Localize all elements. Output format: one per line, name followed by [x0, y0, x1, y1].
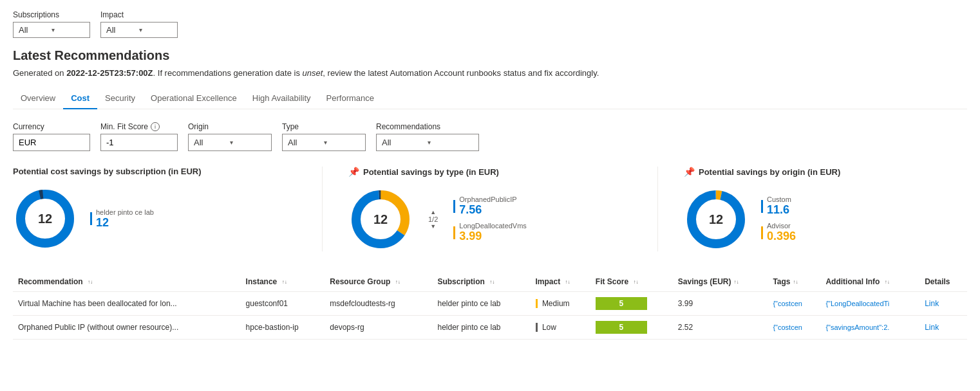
sort-icon-additional-info[interactable]: ↑↓	[885, 279, 890, 285]
chart-divider-2	[657, 167, 658, 251]
impact-label: Impact	[100, 10, 178, 19]
sort-icon-fit-score[interactable]: ↑↓	[634, 279, 639, 285]
subscription-donut: 12	[13, 186, 77, 251]
currency-label: Currency	[13, 122, 90, 131]
pin-icon-origin[interactable]: 📌	[684, 167, 695, 177]
tab-cost[interactable]: Cost	[63, 88, 97, 109]
cell-tags-1: {"costcen	[768, 292, 820, 316]
tab-performance[interactable]: Performance	[319, 88, 382, 109]
type-chevron-icon: ▾	[324, 139, 360, 146]
legend-item-advisor: Advisor 0.396	[761, 222, 796, 243]
type-chart-section: 📌 Potential savings by type (in EUR) 12 …	[348, 167, 632, 251]
cell-impact-2: Low	[531, 316, 590, 340]
subscription-chart-content: 12 helder pinto ce lab 12	[13, 186, 296, 251]
th-instance[interactable]: Instance ↑↓	[241, 272, 325, 292]
impact-filter: Impact All ▾	[100, 10, 178, 38]
sort-icon-instance[interactable]: ↑↓	[282, 279, 287, 285]
tab-security[interactable]: Security	[97, 88, 143, 109]
cell-details-1: Link	[919, 292, 967, 316]
origin-dropdown[interactable]: All ▾	[188, 134, 272, 151]
recommendations-value: All	[382, 138, 428, 147]
additional-info-link-2[interactable]: {"savingsAmount":2.	[825, 323, 903, 331]
chart-divider-1	[322, 167, 323, 251]
cell-details-2: Link	[919, 316, 967, 340]
th-impact[interactable]: Impact ↑↓	[531, 272, 590, 292]
th-fit-score[interactable]: Fit Score ↑↓	[590, 272, 673, 292]
recommendations-chevron-icon: ▾	[428, 139, 473, 146]
origin-value: All	[194, 138, 230, 147]
cell-fit-score-1: 5	[590, 292, 673, 316]
sort-icon-resource-group[interactable]: ↑↓	[395, 279, 400, 285]
cell-resource-group-1: msdefcloudtests-rg	[325, 292, 432, 316]
cell-recommendation-2: Orphaned Public IP (without owner resour…	[13, 316, 241, 340]
sort-icon-tags[interactable]: ↑↓	[793, 279, 798, 285]
currency-input[interactable]	[13, 134, 90, 151]
th-subscription[interactable]: Subscription ↑↓	[432, 272, 530, 292]
recommendations-table-section: Recommendation ↑↓ Instance ↑↓ Resource G…	[13, 272, 967, 340]
tags-link-1[interactable]: {"costcen	[773, 300, 815, 307]
table-row: Orphaned Public IP (without owner resour…	[13, 316, 967, 340]
origin-donut: 12	[684, 187, 748, 251]
type-dropdown[interactable]: All ▾	[282, 134, 366, 151]
legend-color-custom	[761, 200, 763, 213]
cell-fit-score-2: 5	[590, 316, 673, 340]
subscription-chart-title: Potential cost savings by subscription (…	[13, 167, 296, 176]
details-link-1[interactable]: Link	[925, 299, 939, 308]
pin-icon[interactable]: 📌	[348, 167, 359, 177]
th-additional-info[interactable]: Additional Info ↑↓	[820, 272, 919, 292]
th-tags[interactable]: Tags↑↓	[768, 272, 820, 292]
recommendations-filter-group: Recommendations All ▾	[376, 122, 479, 151]
origin-donut-label: 12	[709, 212, 723, 227]
type-label: Type	[282, 122, 366, 131]
subtitle-prefix: Generated on	[13, 68, 66, 78]
subscriptions-chevron-icon: ▾	[52, 26, 84, 33]
sort-icon-subscription[interactable]: ↑↓	[489, 279, 495, 285]
additional-info-link-1[interactable]: {"LongDeallocatedTi	[825, 300, 903, 307]
cell-instance-1: guestconf01	[241, 292, 325, 316]
details-link-2[interactable]: Link	[925, 323, 939, 332]
type-chart-content: 12 ▲ 1/2 ▼ OrphanedPublicIP 7.56	[348, 187, 632, 251]
fit-score-bar-1: 5	[596, 297, 647, 310]
th-savings[interactable]: Savings (EUR)↑↓	[673, 272, 768, 292]
impact-indicator-low	[536, 323, 538, 332]
legend-color-advisor	[761, 226, 763, 239]
min-fit-label: Min. Fit Score i	[100, 122, 178, 131]
sort-icon-impact[interactable]: ↑↓	[565, 279, 570, 285]
secondary-filters: Currency Min. Fit Score i Origin All ▾ T…	[13, 122, 967, 151]
tags-link-2[interactable]: {"costcen	[773, 323, 815, 331]
cell-subscription-2: helder pinto ce lab	[432, 316, 530, 340]
table-row: Virtual Machine has been deallocated for…	[13, 292, 967, 316]
legend-color-longdeallocated	[453, 226, 455, 239]
table-header-row: Recommendation ↑↓ Instance ↑↓ Resource G…	[13, 272, 967, 292]
min-fit-info-icon[interactable]: i	[151, 122, 160, 131]
th-resource-group[interactable]: Resource Group ↑↓	[325, 272, 432, 292]
origin-chevron-icon: ▾	[230, 139, 266, 146]
subtitle-suffix: . If recommendations generation date is	[153, 68, 303, 78]
impact-indicator-medium	[536, 299, 538, 308]
subscriptions-value: All	[19, 25, 52, 35]
sort-icon-recommendation[interactable]: ↑↓	[88, 279, 93, 285]
legend-color-orphaned	[453, 200, 455, 213]
cell-impact-1: Medium	[531, 292, 590, 316]
type-filter-group: Type All ▾	[282, 122, 366, 151]
recommendations-label: Recommendations	[376, 122, 479, 131]
legend-item-custom: Custom 11.6	[761, 196, 796, 217]
legend-color-helder	[90, 212, 92, 225]
min-fit-input[interactable]	[100, 134, 178, 151]
tab-high-availability[interactable]: High Availability	[245, 88, 319, 109]
recommendations-dropdown[interactable]: All ▾	[376, 134, 479, 151]
top-filters: Subscriptions All ▾ Impact All ▾	[13, 10, 967, 38]
legend-details-custom: Custom 11.6	[767, 196, 791, 217]
subtitle-italic: unset	[303, 68, 323, 78]
cell-instance-2: hpce-bastion-ip	[241, 316, 325, 340]
tab-overview[interactable]: Overview	[13, 88, 63, 109]
legend-details-orphaned: OrphanedPublicIP 7.56	[459, 196, 516, 217]
impact-dropdown[interactable]: All ▾	[100, 22, 178, 38]
recommendations-table: Recommendation ↑↓ Instance ↑↓ Resource G…	[13, 272, 967, 340]
tab-operational-excellence[interactable]: Operational Excellence	[143, 88, 245, 109]
subscriptions-dropdown[interactable]: All ▾	[13, 22, 90, 38]
th-recommendation[interactable]: Recommendation ↑↓	[13, 272, 241, 292]
sort-icon-savings[interactable]: ↑↓	[734, 279, 739, 285]
subscription-chart-section: Potential cost savings by subscription (…	[13, 167, 296, 251]
tab-bar: Overview Cost Security Operational Excel…	[13, 88, 967, 109]
